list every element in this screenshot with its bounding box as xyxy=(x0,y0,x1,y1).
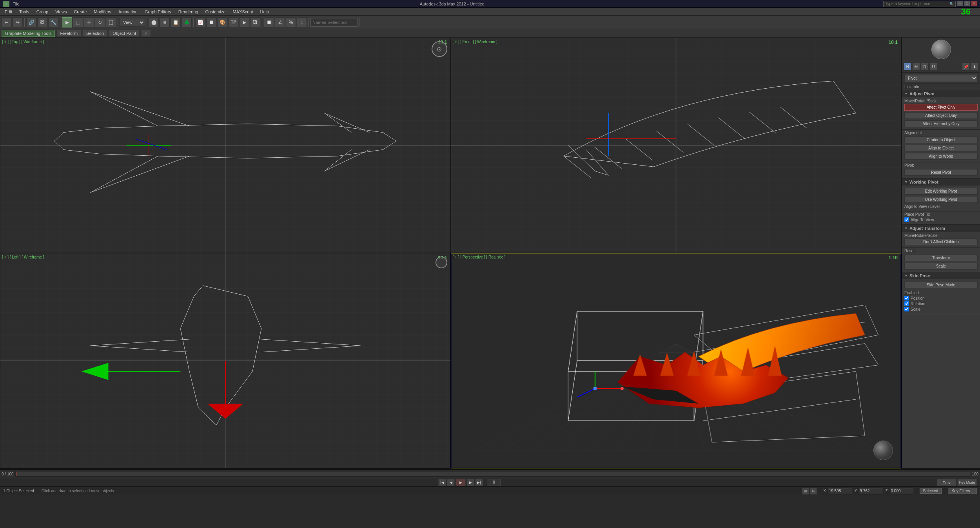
pivot-dropdown[interactable]: Pivot Working Pivot xyxy=(904,74,978,82)
panel-expand-btn[interactable]: ⬇ xyxy=(971,63,978,71)
scale-reset-btn[interactable]: Scale xyxy=(904,263,978,269)
percent-snap-btn[interactable]: % xyxy=(286,17,296,27)
menu-graph-editors[interactable]: Graph Editors xyxy=(142,9,174,15)
time-config-btn[interactable]: Time xyxy=(937,479,956,486)
menu-help[interactable]: Help xyxy=(257,9,272,15)
rotation-checkbox[interactable] xyxy=(904,301,909,306)
viewport-left[interactable]: [ + ] [ Left ] [ Wireframe ] 10 1 xyxy=(0,253,451,468)
viewport-front-header[interactable]: [ + ] [ Front ] [ Wireframe ] xyxy=(453,40,497,44)
scene-explorer-btn[interactable]: 🌲 xyxy=(181,17,192,27)
go-end-btn[interactable]: ▶| xyxy=(475,479,483,486)
render-setup-btn[interactable]: 🎬 xyxy=(228,17,238,27)
center-to-object-btn[interactable]: Center to Object xyxy=(904,137,978,143)
menu-views[interactable]: Views xyxy=(52,9,70,15)
menu-tools[interactable]: Tools xyxy=(16,9,33,15)
viewport-perspective-header[interactable]: [ + ] [ Perspective ] [ Realistic ] xyxy=(453,255,506,259)
scale-checkbox[interactable] xyxy=(904,307,909,311)
edit-working-pivot-btn[interactable]: Edit Working Pivot xyxy=(904,188,978,195)
viewport-perspective[interactable]: [ + ] [ Perspective ] [ Realistic ] 1 10 xyxy=(451,253,902,468)
position-label[interactable]: Position xyxy=(911,296,925,300)
menu-animation[interactable]: Animation xyxy=(115,9,141,15)
graphite-modeling-btn[interactable]: Graphite Modeling Tools xyxy=(2,30,55,37)
menu-customize[interactable]: Customize xyxy=(202,9,229,15)
redo-btn[interactable]: ↪ xyxy=(13,17,23,27)
viewport-top-header[interactable]: [ + ] [ Top ] [ Wireframe ] xyxy=(2,40,44,44)
x-coord-input[interactable] xyxy=(828,488,851,494)
schematic-view-btn[interactable]: 🔲 xyxy=(206,17,216,27)
menu-create[interactable]: Create xyxy=(71,9,90,15)
dont-affect-children-btn[interactable]: Don't Affect Children xyxy=(904,239,978,245)
render-frame-btn[interactable]: 🖼 xyxy=(250,17,260,27)
affect-pivot-only-btn[interactable]: Affect Pivot Only xyxy=(904,104,978,111)
align-btn[interactable]: ≡ xyxy=(160,17,170,27)
skin-pose-mode-btn[interactable]: Skin Pose Mode xyxy=(904,282,978,288)
snap-toggle-btn[interactable]: 🔲 xyxy=(264,17,274,27)
panel-tab-display[interactable]: D xyxy=(921,63,929,71)
menu-file[interactable]: File xyxy=(11,2,21,6)
spinner-snap-btn[interactable]: ↕ xyxy=(297,17,307,27)
freeform-btn[interactable]: Freeform xyxy=(56,30,81,37)
skin-pose-header[interactable]: ▼ Skin Pose xyxy=(902,272,980,279)
next-frame-btn[interactable]: ▶ xyxy=(466,479,474,486)
curve-editor-btn[interactable]: 📈 xyxy=(195,17,205,27)
undo-btn[interactable]: ↩ xyxy=(2,17,12,27)
material-editor-btn[interactable]: 🎨 xyxy=(217,17,227,27)
align-to-object-btn[interactable]: Align to Object xyxy=(904,145,978,151)
viewport-left-header[interactable]: [ + ] [ Left ] [ Wireframe ] xyxy=(2,255,44,259)
scale-label[interactable]: Scale xyxy=(911,307,920,311)
mirror-btn[interactable]: ⬤ xyxy=(149,17,159,27)
prev-frame-btn[interactable]: ◀ xyxy=(447,479,455,486)
reset-pivot-btn[interactable]: Reset Pivot xyxy=(904,169,978,176)
menu-rendering[interactable]: Rendering xyxy=(175,9,201,15)
move-btn[interactable]: ✛ xyxy=(84,17,94,27)
use-working-pivot-btn[interactable]: Use Working Pivot xyxy=(904,196,978,203)
restore-btn[interactable]: □ xyxy=(964,1,970,6)
key-mode-btn[interactable]: Key Mode xyxy=(957,479,977,486)
scale-btn[interactable]: ⟦⟧ xyxy=(106,17,116,27)
selection-btn[interactable]: Selection xyxy=(83,30,107,37)
bind-space-warp-btn[interactable]: 🔧 xyxy=(48,17,58,27)
viewport-top-gizmo[interactable]: ⊙ xyxy=(432,41,447,57)
viewport-front[interactable]: [ + ] [ Front ] [ Wireframe ] 10 1 xyxy=(451,38,902,253)
menu-group[interactable]: Group xyxy=(33,9,52,15)
y-coord-input[interactable] xyxy=(859,488,882,494)
minimize-btn[interactable]: ─ xyxy=(957,1,963,6)
menu-modifiers[interactable]: Modifiers xyxy=(91,9,114,15)
viewport-left-gizmo[interactable] xyxy=(436,257,447,268)
affect-hierarchy-only-btn[interactable]: Affect Hierarchy Only xyxy=(904,120,978,127)
close-btn[interactable]: ✕ xyxy=(971,1,977,6)
select-region-btn[interactable]: ⬚ xyxy=(73,17,83,27)
align-to-world-btn[interactable]: Align to World xyxy=(904,153,978,160)
rotation-label[interactable]: Rotation xyxy=(911,302,925,306)
object-paint-btn[interactable]: Object Paint xyxy=(109,30,140,37)
search-input[interactable] xyxy=(885,2,948,6)
menu-maxscript[interactable]: MAXScript xyxy=(230,9,256,15)
viewport-perspective-gizmo[interactable] xyxy=(873,441,893,460)
affect-object-only-btn[interactable]: Affect Object Only xyxy=(904,112,978,119)
frame-slider-track[interactable] xyxy=(15,471,971,477)
working-pivot-header[interactable]: ▼ Working Pivot xyxy=(902,178,980,186)
z-coord-input[interactable] xyxy=(890,488,913,494)
key-filters-btn[interactable]: Key Filters... xyxy=(948,488,977,494)
layer-manager-btn[interactable]: 📋 xyxy=(171,17,181,27)
pivot-dropdown-row[interactable]: Pivot Working Pivot xyxy=(902,73,980,84)
select-btn[interactable]: ▶ xyxy=(62,17,72,27)
named-selection-input[interactable] xyxy=(310,18,358,27)
close-ribbon-btn[interactable]: × xyxy=(141,30,151,37)
transform-reset-btn[interactable]: Transform xyxy=(904,255,978,261)
snap-icon[interactable]: ⊕ xyxy=(810,488,817,495)
adjust-pivot-header[interactable]: ▼ Adjust Pivot xyxy=(902,90,980,97)
angle-snap-btn[interactable]: ∠ xyxy=(275,17,285,27)
panel-tab-utilities[interactable]: U xyxy=(929,63,937,71)
search-box[interactable]: 🔍 xyxy=(883,1,956,7)
panel-tab-motion[interactable]: M xyxy=(912,63,920,71)
menu-edit[interactable]: Edit xyxy=(2,9,15,15)
viewport-top[interactable]: [ + ] [ Top ] [ Wireframe ] 10 1 ⊙ xyxy=(0,38,451,253)
reference-coord-dropdown[interactable]: View Screen World xyxy=(120,18,145,27)
link-btn[interactable]: 🔗 xyxy=(26,17,36,27)
rotate-btn[interactable]: ↻ xyxy=(95,17,105,27)
current-frame-input[interactable] xyxy=(487,479,501,486)
go-start-btn[interactable]: |◀ xyxy=(438,479,446,486)
panel-tab-hierarchy[interactable]: H xyxy=(904,63,911,71)
grid-icon[interactable]: ⊞ xyxy=(802,488,809,495)
